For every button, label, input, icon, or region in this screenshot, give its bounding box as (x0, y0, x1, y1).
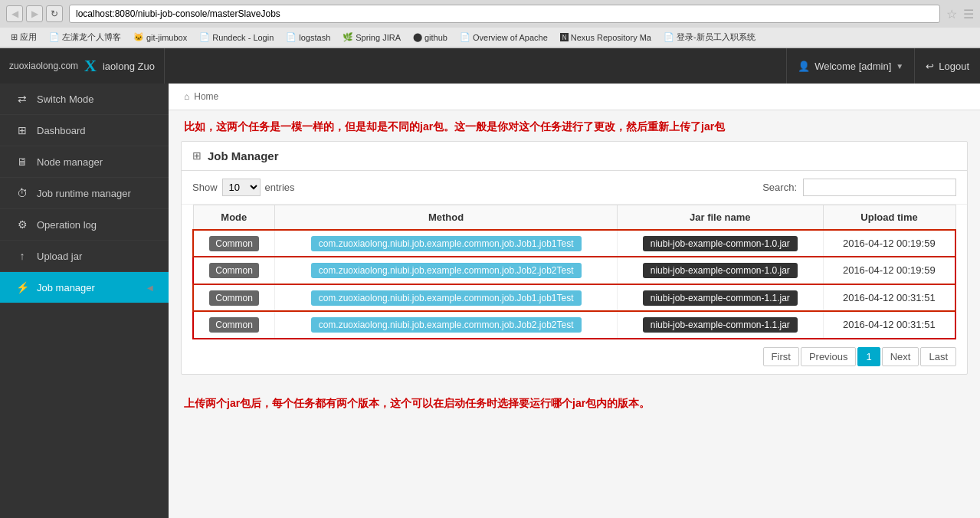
next-page-button[interactable]: Next (882, 347, 919, 366)
mode-badge: Common (209, 263, 259, 278)
sidebar-item-node-manager[interactable]: 🖥 Node manager (0, 146, 169, 178)
job-runtime-icon: ⏱ (15, 187, 29, 199)
node-manager-icon: 🖥 (15, 156, 29, 168)
breadcrumb: ⌂ Home (169, 84, 980, 110)
git-icon: 🐱 (133, 32, 144, 42)
table-row: Common com.zuoxiaolong.niubi.job.example… (193, 257, 955, 284)
bookmark-blog[interactable]: 📄 左潇龙个人博客 (44, 30, 126, 44)
bookmark-git[interactable]: 🐱 git-jimubox (129, 31, 192, 44)
brand-site: zuoxiaolong.com (9, 61, 78, 71)
cell-mode: Common (193, 311, 275, 339)
cell-method: com.zuoxiaolong.niubi.job.example.common… (275, 230, 618, 257)
bookmark-logstash-label: logstash (299, 33, 330, 42)
cell-time: 2016-04-12 00:31:51 (823, 284, 955, 312)
cell-jar: niubi-job-example-common-1.1.jar (618, 284, 824, 312)
table-title: Job Manager (208, 149, 279, 162)
table-row: Common com.zuoxiaolong.niubi.job.example… (193, 311, 955, 339)
bookmark-hr-label: 登录-新员工入职系统 (677, 31, 755, 43)
col-mode: Mode (193, 205, 275, 230)
previous-page-button[interactable]: Previous (801, 347, 857, 366)
cell-mode: Common (193, 284, 275, 312)
sidebar-item-upload-jar[interactable]: ↑ Upload jar (0, 241, 169, 272)
bookmark-logstash[interactable]: 📄 logstash (281, 31, 335, 44)
bookmark-apps-label: 应用 (20, 31, 37, 43)
bookmarks-bar: ⊞ 应用 📄 左潇龙个人博客 🐱 git-jimubox 📄 Rundeck -… (0, 28, 980, 48)
jira-icon: 🌿 (343, 32, 353, 42)
show-select[interactable]: 10 25 50 100 (222, 179, 261, 196)
sidebar-item-job-manager[interactable]: ⚡ Job manager ◀ (0, 272, 169, 303)
bookmark-github-label: github (424, 33, 447, 42)
bookmark-jira-label: Spring JIRA (356, 33, 401, 42)
search-label: Search: (762, 182, 797, 193)
bookmark-hr[interactable]: 📄 登录-新员工入职系统 (659, 30, 760, 44)
logstash-icon: 📄 (286, 32, 297, 42)
method-badge: com.zuoxiaolong.niubi.job.example.common… (311, 236, 582, 251)
show-entries: Show 10 25 50 100 entries (192, 179, 295, 196)
sidebar-item-operation-log-label: Operation log (37, 219, 97, 231)
forward-button[interactable]: ▶ (26, 5, 43, 22)
logout-icon: ↩ (926, 61, 934, 72)
table-row: Common com.zuoxiaolong.niubi.job.example… (193, 284, 955, 312)
bookmark-apps[interactable]: ⊞ 应用 (6, 30, 41, 44)
bookmark-star-icon[interactable]: ☆ (946, 7, 957, 21)
annotation-bottom: 上传两个jar包后，每个任务都有两个版本，这个可以在启动任务时选择要运行哪个ja… (169, 387, 980, 421)
sidebar-item-dashboard-label: Dashboard (37, 125, 86, 136)
logout-button[interactable]: ↩ Logout (914, 48, 980, 84)
table-card-header: ⊞ Job Manager (182, 142, 967, 171)
col-time: Upload time (823, 205, 955, 230)
cell-method: com.zuoxiaolong.niubi.job.example.common… (275, 311, 618, 339)
bookmark-nexus[interactable]: 🅽 Nexus Repository Ma (556, 31, 656, 44)
sidebar-item-dashboard[interactable]: ⊞ Dashboard (0, 115, 169, 146)
bookmark-jira[interactable]: 🌿 Spring JIRA (338, 31, 405, 44)
method-badge: com.zuoxiaolong.niubi.job.example.common… (311, 263, 582, 278)
apps-icon: ⊞ (11, 32, 18, 42)
current-page-button[interactable]: 1 (857, 347, 880, 366)
bookmark-github[interactable]: ⬤ github (408, 31, 452, 44)
rundeck-icon: 📄 (199, 32, 210, 42)
mode-badge: Common (209, 317, 259, 333)
last-page-button[interactable]: Last (920, 347, 956, 366)
blog-icon: 📄 (49, 32, 60, 42)
search-input[interactable] (803, 179, 956, 196)
bookmark-apache[interactable]: 📄 Overview of Apache (455, 31, 552, 44)
github-icon: ⬤ (413, 32, 422, 42)
mode-badge: Common (209, 290, 259, 306)
bookmark-git-label: git-jimubox (146, 33, 187, 42)
entries-label: entries (265, 182, 295, 193)
data-table: Mode Method Jar file name Upload time Co… (192, 205, 956, 339)
table-header-row: Mode Method Jar file name Upload time (193, 205, 955, 230)
bookmark-rundeck-label: Rundeck - Login (212, 33, 274, 42)
app-wrapper: zuoxiaolong.com X iaolong Zuo 👤 Welcome … (0, 48, 980, 518)
switch-mode-icon: ⇄ (15, 93, 29, 105)
sidebar-item-job-runtime-label: Job runtime manager (37, 188, 131, 199)
welcome-button[interactable]: 👤 Welcome [admin] ▼ (786, 48, 914, 84)
welcome-label: Welcome [admin] (814, 61, 891, 72)
cell-time: 2016-04-12 00:19:59 (823, 230, 955, 257)
table-card: ⊞ Job Manager Show 10 25 50 100 entries (181, 141, 968, 375)
sidebar-item-job-runtime-manager[interactable]: ⏱ Job runtime manager (0, 178, 169, 209)
table-row: Common com.zuoxiaolong.niubi.job.example… (193, 230, 955, 257)
content-area: ⌂ Home 比如，这两个任务是一模一样的，但是却是不同的jar包。这一般是你对… (169, 84, 980, 518)
sidebar-item-operation-log[interactable]: ⚙ Operation log (0, 209, 169, 241)
cell-time: 2016-04-12 00:19:59 (823, 257, 955, 284)
upload-jar-icon: ↑ (15, 250, 29, 262)
bookmark-rundeck[interactable]: 📄 Rundeck - Login (195, 31, 278, 44)
sidebar-item-switch-mode[interactable]: ⇄ Switch Mode (0, 84, 169, 115)
brand-name: iaolong Zuo (103, 61, 155, 72)
logout-label: Logout (939, 61, 969, 72)
address-bar[interactable] (69, 5, 940, 23)
sidebar-item-job-manager-label: Job manager (37, 282, 95, 293)
breadcrumb-home: Home (194, 91, 218, 102)
brand-x-logo: X (84, 57, 97, 74)
job-manager-icon: ⚡ (15, 281, 29, 293)
col-jar: Jar file name (618, 205, 824, 230)
cell-method: com.zuoxiaolong.niubi.job.example.common… (275, 257, 618, 284)
first-page-button[interactable]: First (763, 347, 799, 366)
back-button[interactable]: ◀ (6, 5, 23, 22)
refresh-button[interactable]: ↻ (46, 5, 63, 22)
operation-log-icon: ⚙ (15, 218, 29, 231)
sidebar-item-switch-mode-label: Switch Mode (37, 93, 93, 105)
top-nav-actions: 👤 Welcome [admin] ▼ ↩ Logout (786, 48, 980, 84)
menu-icon[interactable]: ☰ (963, 7, 974, 21)
jar-badge: niubi-job-example-common-1.0.jar (643, 263, 798, 278)
